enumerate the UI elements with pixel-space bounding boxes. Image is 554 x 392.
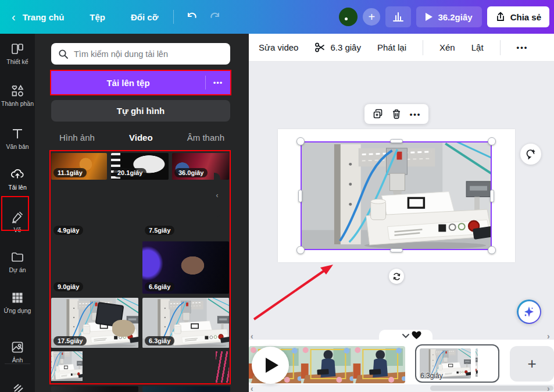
sidebar-item-photos[interactable]: Ảnh [0,340,35,364]
selected-video-element[interactable] [301,141,492,250]
media-tabs: Hình ảnh Video Âm thanh [59,133,224,146]
sidebar-label: Tải lên [8,184,27,191]
selected-video-content [301,141,492,250]
toolbar-divider [500,40,501,55]
video-thumbnail[interactable]: 9.0giây [51,241,138,294]
search-input[interactable]: Tìm kiếm nội dung tải lên [51,43,230,65]
video-thumbnail[interactable]: 20.1giây [111,153,169,180]
video-thumbnail[interactable]: 6.6giây [142,241,229,294]
duration-badge: 9.0giây [53,282,83,291]
share-button[interactable]: Chia sẻ [487,6,549,27]
video-thumbnail[interactable] [96,351,229,383]
texture-lines-icon [10,383,24,392]
resize-handle-w[interactable] [298,190,302,202]
trim-button[interactable]: 6.3 giây [314,42,361,53]
scissors-icon [314,42,326,53]
back-chevron-icon[interactable]: ‹ [8,9,19,25]
duration-badge: 17.5giây [53,336,87,345]
preview-play-button[interactable]: 36.2giây [416,6,481,27]
insights-button[interactable] [385,6,411,27]
timeline-scroll-left[interactable]: ‹ [251,332,253,341]
duration-badge: 11.1giây [53,168,87,177]
sidebar-item-draw[interactable]: Vẽ [0,210,35,233]
comment-plus-icon [525,148,537,160]
timeline-play-button[interactable] [252,347,289,384]
play-icon [266,358,278,373]
video-thumbnail[interactable]: 11.1giây [51,153,107,180]
edit-video-button[interactable]: Sửa video [259,42,298,52]
sidebar-label: Dự án [9,266,26,273]
duration-badge: 7.5giây [145,226,174,235]
upload-files-button[interactable]: Tải lên tệp ••• [51,71,230,94]
resize-handle-se[interactable] [488,246,496,254]
sidebar-item-more[interactable] [0,383,35,392]
timeline-scroll-right[interactable]: › [547,332,550,341]
sidebar-item-apps[interactable]: Ứng dụng [0,291,35,314]
duplicate-button[interactable] [372,108,384,120]
resize-handle-sw[interactable] [296,246,305,254]
resize-handle-ne[interactable] [488,137,496,145]
video-thumbnail[interactable]: 36.0giây [172,153,229,180]
redo-icon[interactable] [209,9,221,24]
video-thumbnail[interactable]: 6.3giây [142,298,229,348]
crop-button[interactable]: Xén [439,42,455,52]
resize-handle-s[interactable] [390,248,403,252]
file-menu-item[interactable]: Tệp [90,12,105,22]
text-icon [10,127,24,141]
rotate-handle[interactable] [389,269,404,284]
element-more-button[interactable]: ••• [410,110,421,119]
timeline-bottom-scroll-right[interactable]: › [547,384,550,392]
video-thumbnail-partial[interactable] [142,386,230,392]
sidebar-label: Văn bản [6,143,28,150]
share-label: Chia sẻ [510,12,541,22]
add-comment-button[interactable] [520,144,541,165]
sidebar-label: Thành phần [1,100,34,107]
delete-button[interactable] [391,108,402,120]
tab-video[interactable]: Video [129,133,153,146]
timeline-clip-2-selected[interactable]: 6.3giây [415,344,499,383]
video-thumbnail[interactable] [51,351,93,383]
resize-menu-item[interactable]: Đổi cỡ [131,12,158,22]
hscrollbar-thumb[interactable] [430,386,553,391]
top-bar-divider [173,10,174,24]
play-icon [426,13,433,21]
magic-assistant-button[interactable] [517,300,541,324]
add-member-button[interactable]: + [363,8,380,26]
upload-more-button[interactable]: ••• [206,79,230,87]
undo-icon[interactable] [185,9,198,24]
folder-icon [10,250,24,264]
sidebar-item-uploads[interactable]: Tải lên [0,166,35,191]
sidebar-item-projects[interactable]: Dự án [0,250,35,273]
record-yourself-button[interactable]: Tự ghi hình [51,100,230,122]
clip2-frame-small [476,348,493,379]
video-thumbnail-partial[interactable] [51,386,138,392]
upload-files-label: Tải lên tệp [51,78,205,88]
tab-images[interactable]: Hình ảnh [59,133,95,146]
video-thumbnail[interactable]: 4.9giây [51,184,138,237]
add-page-button[interactable]: + [510,346,554,382]
design-icon [10,42,24,56]
toolbar-more-button[interactable]: ••• [517,43,528,52]
trim-duration: 6.3 giây [330,42,361,52]
clip-duration-label: 6.3giây [420,372,443,380]
resize-handle-e[interactable] [490,190,494,202]
timeline-collapse-tab[interactable] [379,330,433,341]
video-thumbnail[interactable]: 17.5giây [51,298,138,348]
playback-button[interactable]: Phát lại [377,42,406,52]
timeline-bottom-scroll-left[interactable]: ‹ [251,384,253,392]
sidebar-item-text[interactable]: Văn bản [0,127,35,150]
flip-button[interactable]: Lật [471,42,484,52]
panel-collapse-handle[interactable]: ‹ [214,173,220,218]
magic-assistant-inner [519,301,540,323]
sidebar-item-elements[interactable]: Thành phần [0,84,35,107]
avatar[interactable] [339,8,358,26]
home-menu-item[interactable]: Trang chủ [23,12,65,22]
timeline-hscrollbar [249,384,554,392]
sidebar-item-design[interactable]: Thiết kế [0,42,35,65]
tab-audio[interactable]: Âm thanh [187,133,224,146]
resize-handle-n[interactable] [390,139,403,143]
resize-handle-nw[interactable] [296,137,305,145]
uploads-grid-annotation: 11.1giây 20.1giây 36.0giây 4.9giây 7.5gi… [49,150,231,384]
sidebar-label: Ứng dụng [4,307,31,314]
timeline-marker-heart-icon[interactable] [412,331,421,342]
